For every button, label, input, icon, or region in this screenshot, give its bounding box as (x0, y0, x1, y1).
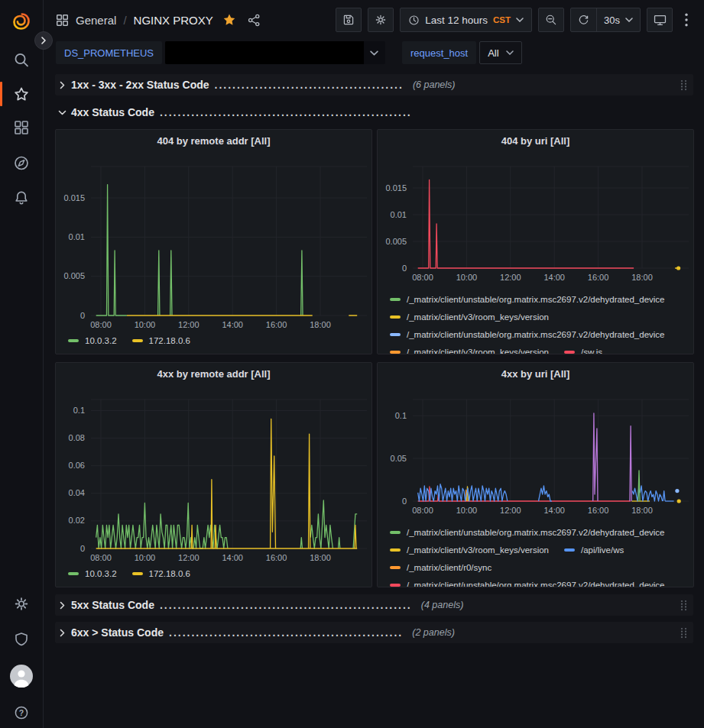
svg-text:14:00: 14:00 (543, 273, 565, 282)
legend-item[interactable]: 10.0.3.2 (68, 336, 117, 345)
legend-item[interactable]: /_matrix/client/unstable/org.matrix.msc2… (390, 528, 665, 537)
row-leader-dots: ........................................… (215, 79, 404, 91)
time-range-picker[interactable]: Last 12 hours CST (400, 8, 532, 32)
sidebar: ? (0, 0, 44, 728)
legend-series-label: 172.18.0.6 (149, 569, 190, 578)
chevron-right-icon (60, 81, 65, 89)
legend-item[interactable]: /_matrix/client/r0/sync (390, 563, 492, 572)
grafana-logo[interactable] (11, 11, 31, 34)
svg-text:10:00: 10:00 (456, 506, 478, 515)
datasource-value-redacted (165, 41, 364, 64)
help-icon[interactable]: ? (14, 705, 29, 723)
legend-item[interactable]: /_matrix/client/v3/room_keys/version (390, 312, 549, 322)
refresh-interval-dropdown[interactable]: 30s (596, 8, 640, 31)
legend-series-color (68, 572, 79, 575)
legend-series-color (390, 315, 401, 319)
breadcrumb-section[interactable]: General (76, 14, 116, 27)
dashboard-settings-button[interactable] (368, 8, 394, 32)
svg-text:0.015: 0.015 (385, 183, 407, 193)
breadcrumb-divider: / (123, 14, 126, 27)
chart-4xx-by-remote-addr: 00.020.040.060.080.108:0010:0012:0014:00… (56, 363, 372, 587)
svg-text:0.06: 0.06 (69, 461, 85, 470)
svg-text:0.1: 0.1 (395, 411, 407, 420)
row-drag-handle-icon[interactable] (680, 79, 687, 91)
svg-text:16:00: 16:00 (588, 273, 609, 282)
dashboard-title[interactable]: NGINX PROXY (134, 14, 213, 27)
row-header-4xx[interactable]: 4xx Status Code ........................… (55, 102, 693, 123)
legend-series-label: /_matrix/client/unstable/org.matrix.msc2… (407, 528, 665, 537)
row-leader-dots: ........................................… (169, 626, 403, 639)
chart-404-by-remote-addr: 00.0050.010.01508:0010:0012:0014:0016:00… (56, 130, 372, 354)
svg-text:12:00: 12:00 (500, 273, 521, 282)
row-drag-handle-icon[interactable] (680, 600, 687, 611)
toolbar: Last 12 hours CST 30s (336, 8, 694, 32)
legend-item[interactable]: /_matrix/client/unstable/org.matrix.msc2… (390, 330, 665, 339)
svg-text:0: 0 (80, 544, 85, 553)
svg-text:14:00: 14:00 (543, 506, 565, 515)
legend-series-label: /_matrix/client/unstable/org.matrix.msc2… (407, 295, 665, 304)
legend-item[interactable]: 172.18.0.6 (132, 569, 190, 578)
row-header-5xx[interactable]: 5xx Status Code ........................… (55, 594, 693, 616)
explore-icon[interactable] (14, 155, 30, 174)
chevron-right-icon (60, 601, 65, 610)
svg-text:10:00: 10:00 (135, 320, 156, 329)
datasource-variable-value[interactable] (165, 41, 385, 64)
refresh-picker: 30s (570, 8, 641, 32)
legend-item[interactable]: /_matrix/client/v3/room_keys/version (390, 545, 549, 555)
svg-text:0.05: 0.05 (391, 454, 407, 463)
configuration-gear-icon[interactable] (14, 596, 30, 615)
legend-item[interactable]: /_matrix/client/unstable/org.matrix.msc2… (390, 295, 665, 304)
legend-series-label: 10.0.3.2 (85, 569, 117, 578)
row-drag-handle-icon[interactable] (680, 627, 687, 639)
zoom-out-button[interactable] (538, 8, 564, 32)
refresh-button[interactable] (571, 8, 596, 31)
legend-series-label: /_matrix/client/v3/room_keys/version (407, 312, 549, 322)
more-options-button[interactable] (679, 8, 694, 32)
legend-series-color (564, 548, 575, 552)
user-avatar[interactable] (10, 665, 33, 691)
starred-dashboards-icon[interactable] (14, 86, 30, 105)
legend-item[interactable]: 10.0.3.2 (68, 569, 117, 578)
row-leader-dots: ........................................… (160, 106, 412, 118)
legend-item[interactable]: /api/live/ws (564, 545, 624, 555)
svg-text:0: 0 (80, 311, 85, 320)
timezone-label: CST (493, 15, 511, 24)
svg-text:18:00: 18:00 (631, 273, 653, 282)
row-header-1xx[interactable]: 1xx - 3xx - 2xx Status Code ............… (55, 74, 693, 95)
search-icon[interactable] (14, 52, 30, 71)
tv-mode-button[interactable] (647, 8, 673, 32)
svg-text:0.005: 0.005 (385, 237, 407, 246)
legend-item[interactable]: /sw.js (564, 348, 602, 354)
alerting-bell-icon[interactable] (14, 190, 29, 209)
legend-series-label: /_matrix/client/v3/room_keys/version (407, 545, 549, 555)
request-host-selected: All (488, 47, 498, 59)
request-host-variable-value[interactable]: All (479, 41, 521, 64)
svg-text:08:00: 08:00 (412, 273, 433, 282)
share-icon[interactable] (248, 14, 261, 27)
legend-item[interactable]: 172.18.0.6 (132, 336, 190, 345)
dashboards-icon[interactable] (14, 120, 29, 138)
panel-4xx-by-uri: 4xx by uri [All]00.050.108:0010:0012:001… (377, 362, 694, 587)
legend-item[interactable]: /_matrix/client/v3/room_keys/version (390, 348, 549, 354)
panel-legend: /_matrix/client/unstable/org.matrix.msc2… (390, 526, 690, 587)
row-header-6xx[interactable]: 6xx > Status Code ......................… (55, 622, 693, 643)
legend-item[interactable]: /_matrix/client/unstable/org.matrix.msc2… (390, 581, 665, 587)
legend-series-color (132, 339, 143, 342)
save-dashboard-button[interactable] (336, 8, 362, 32)
svg-text:0.08: 0.08 (69, 433, 85, 442)
sidebar-collapse-button[interactable] (34, 31, 53, 50)
svg-text:10:00: 10:00 (456, 273, 478, 282)
apps-grid-icon[interactable] (56, 14, 69, 27)
star-filled-icon[interactable] (222, 13, 236, 27)
legend-series-label: /sw.js (581, 348, 602, 354)
server-admin-shield-icon[interactable] (14, 632, 29, 650)
svg-text:08:00: 08:00 (412, 506, 433, 515)
refresh-interval-label: 30s (604, 15, 620, 26)
legend-series-color (132, 572, 143, 575)
legend-series-color (390, 333, 401, 336)
legend-series-color (390, 298, 401, 301)
legend-series-color (390, 566, 401, 569)
variables-bar: DS_PROMETHEUS request_host All (44, 40, 704, 67)
svg-text:08:00: 08:00 (90, 320, 112, 329)
svg-text:0.005: 0.005 (63, 271, 85, 280)
